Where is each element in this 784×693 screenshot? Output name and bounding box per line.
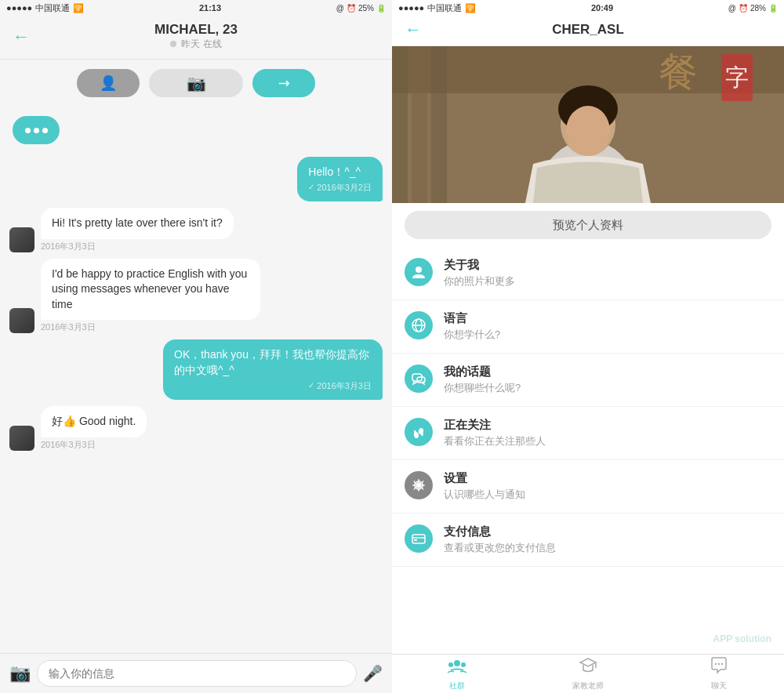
- payment-subtitle: 查看或更改您的支付信息: [444, 541, 771, 555]
- svg-rect-5: [431, 46, 447, 203]
- bubble-3: I'd be happy to practice English with yo…: [41, 259, 260, 321]
- about-me-text: 关于我 你的照片和更多: [444, 258, 771, 288]
- avatar-michael-3: [9, 426, 34, 451]
- settings-text: 设置 认识哪些人与通知: [444, 471, 771, 502]
- right-panel: ●●●●● 中国联通 🛜 20:49 @ ⏰ 28% 🔋 ← CHER_ASL …: [392, 0, 784, 693]
- message-group-sent-1: Hello！^_^ ✓ 2016年3月2日: [297, 157, 383, 201]
- nav-tutor[interactable]: 家教老师: [523, 657, 654, 691]
- language-title: 语言: [444, 311, 771, 326]
- left-battery: 25%: [358, 4, 374, 13]
- action-buttons: 👤 📷 ↗: [0, 60, 392, 107]
- topics-icon: [405, 365, 433, 393]
- time-2: 2016年3月3日: [41, 241, 96, 252]
- message-row-3: I'd be happy to practice English with yo…: [9, 259, 383, 334]
- menu-payment[interactable]: 支付信息 查看或更改您的支付信息: [392, 513, 784, 567]
- typing-dot-1: [25, 128, 31, 133]
- menu-about-me[interactable]: 关于我 你的照片和更多: [392, 247, 784, 300]
- payment-text: 支付信息 查看或更改您的支付信息: [444, 524, 771, 555]
- message-row-4: OK，thank you，拜拜！我也帮你提高你的中文哦^_^ ✓ 2016年3月…: [9, 339, 383, 400]
- bubble-5: 好👍 Good night.: [41, 406, 147, 437]
- right-location: @: [728, 4, 736, 13]
- profile-photo: 餐 字: [392, 46, 784, 203]
- chat-back-button[interactable]: ←: [13, 27, 30, 47]
- menu-settings[interactable]: 设置 认识哪些人与通知: [392, 460, 784, 513]
- language-text: 语言 你想学什么?: [444, 311, 771, 342]
- menu-language[interactable]: 语言 你想学什么?: [392, 300, 784, 354]
- language-subtitle: 你想学什么?: [444, 328, 771, 342]
- following-subtitle: 看看你正在关注那些人: [444, 434, 771, 448]
- message-group-received-3: I'd be happy to practice English with yo…: [41, 259, 260, 334]
- settings-subtitle: 认识哪些人与通知: [444, 488, 771, 502]
- profile-back-button[interactable]: ←: [405, 20, 422, 40]
- language-icon: [405, 311, 433, 339]
- bubble-2: Hi! It's pretty late over there isn't it…: [41, 208, 234, 239]
- tutor-svg: [579, 657, 597, 674]
- following-text: 正在关注 看看你正在关注那些人: [444, 418, 771, 448]
- card-icon: [411, 531, 426, 546]
- community-label: 社群: [449, 680, 465, 691]
- chat-messages: Hello！^_^ ✓ 2016年3月2日 Hi! It's pretty la…: [0, 107, 392, 653]
- share-button[interactable]: ↗: [252, 69, 315, 97]
- chat-header: ← MICHAEL, 23 昨天 在线: [0, 16, 392, 60]
- location-icon: @: [336, 4, 344, 13]
- message-row-2: Hi! It's pretty late over there isn't it…: [9, 208, 383, 252]
- message-input[interactable]: [37, 660, 357, 687]
- chat-nav-icon: [710, 657, 728, 679]
- right-wifi: 🛜: [465, 3, 476, 13]
- time-5: 2016年3月3日: [41, 439, 96, 451]
- gear-icon: [411, 477, 426, 493]
- nav-chat[interactable]: 聊天: [653, 657, 784, 691]
- svg-point-31: [714, 662, 716, 664]
- chat-input-bar: 📷 🎤: [0, 653, 392, 693]
- svg-point-9: [566, 106, 610, 156]
- svg-rect-25: [412, 535, 425, 543]
- topics-text: 我的话题 你想聊些什么呢?: [444, 365, 771, 395]
- message-row-1: Hello！^_^ ✓ 2016年3月2日: [9, 157, 383, 201]
- bubble-4: OK，thank you，拜拜！我也帮你提高你的中文哦^_^ ✓ 2016年3月…: [163, 339, 383, 400]
- about-me-icon: [405, 258, 433, 286]
- alarm-icon: ⏰: [347, 4, 356, 13]
- typing-indicator: [13, 116, 60, 144]
- preview-profile-button[interactable]: 预览个人资料: [405, 211, 771, 239]
- tutor-label: 家教老师: [572, 680, 604, 691]
- right-status-bar: ●●●●● 中国联通 🛜 20:49 @ ⏰ 28% 🔋: [392, 0, 784, 16]
- settings-title: 设置: [444, 471, 771, 486]
- avatar-michael-1: [9, 227, 34, 252]
- menu-topics[interactable]: 我的话题 你想聊些什么呢?: [392, 354, 784, 407]
- right-alarm: ⏰: [739, 4, 748, 13]
- profile-name: CHER_ASL: [552, 22, 624, 38]
- chat-partner-name: MICHAEL, 23: [154, 22, 238, 38]
- svg-point-30: [461, 662, 466, 667]
- profile-menu: 关于我 你的照片和更多 语言 你想学什么?: [392, 247, 784, 654]
- following-title: 正在关注: [444, 418, 771, 433]
- typing-dot-3: [42, 128, 48, 133]
- community-svg: [447, 657, 467, 674]
- chat-bubbles-icon: [411, 371, 426, 386]
- chat-partner-status: 昨天 在线: [154, 38, 238, 51]
- nav-community[interactable]: 社群: [392, 657, 523, 691]
- about-me-subtitle: 你的照片和更多: [444, 274, 771, 288]
- svg-rect-4: [412, 46, 427, 203]
- svg-point-24: [417, 484, 421, 488]
- settings-icon: [405, 471, 433, 499]
- left-panel: ●●●●● 中国联通 🛜 21:13 @ ⏰ 25% 🔋 ← MICHAEL, …: [0, 0, 392, 693]
- right-carrier-area: ●●●●● 中国联通 🛜: [398, 2, 476, 14]
- microphone-button[interactable]: 🎤: [363, 664, 383, 683]
- time-1: ✓ 2016年3月2日: [308, 182, 372, 194]
- menu-following[interactable]: 正在关注 看看你正在关注那些人: [392, 407, 784, 460]
- svg-rect-27: [414, 539, 417, 541]
- profile-button[interactable]: 👤: [77, 69, 140, 97]
- left-status-bar: ●●●●● 中国联通 🛜 21:13 @ ⏰ 25% 🔋: [0, 0, 392, 16]
- video-button[interactable]: 📷: [149, 69, 243, 97]
- right-battery-area: @ ⏰ 28% 🔋: [728, 4, 778, 13]
- svg-point-29: [448, 662, 453, 667]
- svg-point-32: [717, 662, 719, 664]
- signal-dots: ●●●●●: [6, 3, 32, 13]
- svg-text:餐: 餐: [659, 50, 698, 94]
- message-group-received-5: 好👍 Good night. 2016年3月3日: [41, 406, 147, 451]
- time-4: ✓ 2016年3月3日: [174, 380, 372, 392]
- globe-icon: [411, 317, 426, 333]
- camera-button[interactable]: 📷: [9, 663, 31, 684]
- footprint-icon: [411, 424, 426, 440]
- bubble-1: Hello！^_^ ✓ 2016年3月2日: [297, 157, 383, 201]
